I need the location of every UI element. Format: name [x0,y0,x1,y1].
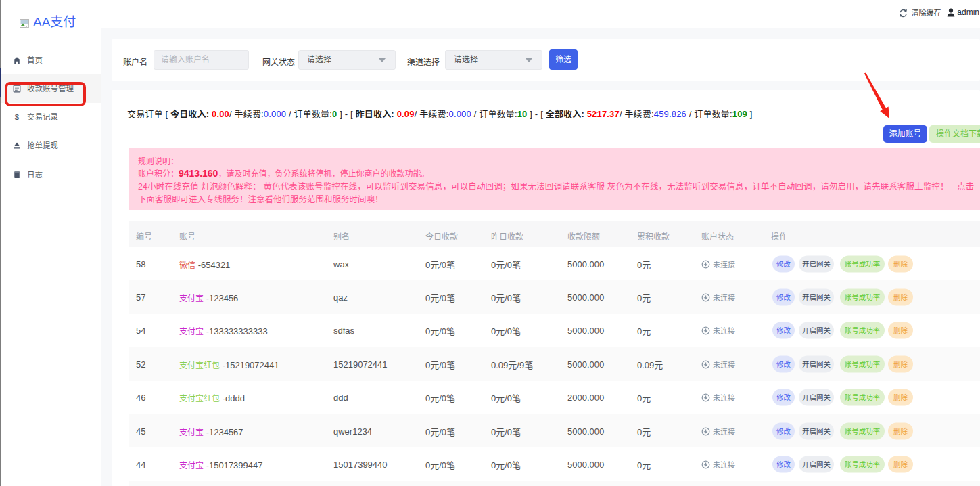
svg-text:$: $ [15,113,20,121]
